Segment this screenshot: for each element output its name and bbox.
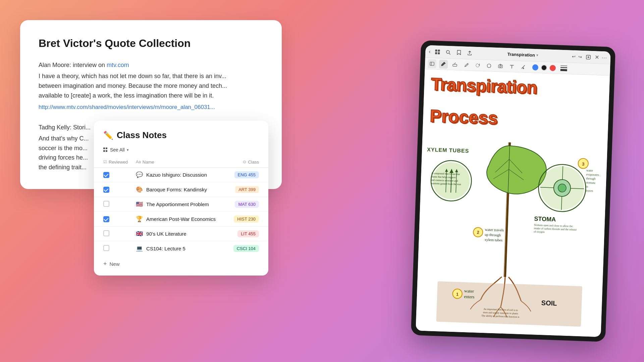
tablet: ‹ (411, 40, 615, 342)
quote-url-1[interactable]: http://www.mtv.com/shared/movies/intervi… (39, 104, 263, 111)
svg-rect-0 (435, 49, 437, 51)
lasso-tool[interactable] (473, 61, 482, 70)
svg-text:leaves: leaves (586, 189, 593, 192)
col-name: Aa Name (132, 157, 226, 167)
row-name-text: Baroque Forms: Kandinsky (146, 187, 207, 192)
eraser-tool[interactable] (450, 60, 460, 69)
camera-icon (498, 64, 503, 68)
row-emoji: 💬 (136, 171, 143, 178)
see-all-label: See All (110, 147, 125, 153)
checkbox-cell[interactable] (94, 182, 132, 197)
svg-text:water travels: water travels (485, 227, 504, 232)
mtv-link[interactable]: mtv.com (107, 62, 129, 68)
name-cell: 💬 Kazuo Ishiguro: Discussion (132, 167, 226, 182)
color-red[interactable] (550, 65, 556, 71)
row-emoji: 🏆 (136, 216, 143, 223)
row-name-text: American Post-War Economics (146, 216, 216, 222)
quote-author-1: Alan Moore: interview on mtv.com (39, 62, 263, 69)
brush-icon (521, 64, 526, 69)
svg-point-13 (499, 65, 501, 67)
bookmark-button[interactable] (455, 49, 463, 56)
row-emoji: 🇺🇸 (136, 201, 143, 208)
back-button[interactable]: ‹ (429, 48, 431, 54)
quote-card-title: Bret Victor's Quote Collection (39, 37, 263, 50)
svg-text:xylem tubes: xylem tubes (484, 238, 502, 242)
tablet-screen: ‹ (416, 45, 610, 337)
notes-title: Class Notes (117, 130, 167, 140)
search-button[interactable] (444, 48, 452, 56)
quote-text-1: I have a theory, which has not let me do… (39, 71, 263, 100)
checkbox-cell[interactable] (94, 226, 132, 241)
col-reviewed: ☑ Reviewed (94, 157, 132, 167)
text-icon: Aa (136, 160, 141, 164)
svg-line-5 (449, 53, 450, 54)
name-cell: 🏆 American Post-War Economics (132, 212, 226, 226)
pen-tool[interactable] (439, 60, 448, 69)
name-cell: 🇺🇸 The Apportionment Problem (132, 197, 226, 212)
nav-right: ↩ ↪ ✕ ··· (572, 53, 607, 61)
chevron-down-icon: ▾ (127, 148, 129, 152)
row-emoji: 💻 (136, 245, 143, 252)
svg-text:3: 3 (582, 162, 585, 167)
table-row: 💬 Kazuo Ishiguro: Discussion ENG 455 (94, 167, 268, 182)
see-all-button[interactable]: See All ▾ (94, 147, 268, 157)
row-name-text: Kazuo Ishiguro: Discussion (146, 172, 207, 178)
text-tool[interactable] (507, 62, 517, 71)
chevron-icon: ▾ (536, 53, 538, 57)
class-cell: LIT 455 (226, 226, 268, 241)
line-medium[interactable] (560, 67, 567, 68)
pencil-emoji: ✏️ (103, 131, 113, 140)
svg-text:stomata: stomata (586, 181, 595, 184)
svg-text:STOMA: STOMA (534, 215, 556, 223)
svg-text:in: in (586, 185, 588, 188)
pen-icon (441, 62, 446, 66)
grid-view-button[interactable] (434, 48, 441, 56)
pencil-icon (464, 62, 469, 67)
table-row: 🏆 American Post-War Economics HIST 230 (94, 212, 268, 226)
more-button[interactable]: ··· (601, 54, 607, 61)
row-name-text: The Apportionment Problem (146, 201, 209, 207)
close-button[interactable]: ✕ (594, 54, 599, 60)
line-width-options[interactable] (560, 65, 568, 71)
svg-point-11 (487, 64, 491, 67)
undo-button[interactable]: ↩ (572, 54, 576, 59)
table-row: 🎨 Baroque Forms: Kandinsky ART 399 (94, 182, 268, 197)
sidebar-toggle[interactable] (428, 59, 437, 68)
class-badge: LIT 455 (237, 230, 259, 237)
plus-icon: + (103, 260, 107, 267)
redo-button[interactable]: ↪ (578, 54, 582, 59)
class-cell: HIST 230 (226, 212, 268, 226)
table-row: 💻 CS104: Lecture 5 CSCI 104 (94, 241, 268, 256)
nav-left: ‹ (429, 48, 474, 57)
pencil-tool[interactable] (462, 60, 471, 69)
name-cell: 🇬🇧 90's UK Literature (132, 226, 226, 241)
line-thin[interactable] (560, 65, 567, 66)
camera-tool[interactable] (496, 62, 505, 71)
line-thick[interactable] (560, 69, 567, 71)
name-cell: 🎨 Baroque Forms: Kandinsky (132, 182, 226, 197)
checkbox-cell[interactable] (94, 212, 132, 226)
share-button[interactable] (466, 49, 474, 57)
color-black[interactable] (541, 64, 547, 71)
new-row-button[interactable]: + New (94, 256, 268, 269)
svg-text:SOIL: SOIL (541, 299, 557, 307)
color-blue[interactable] (532, 64, 539, 70)
eraser-icon (452, 62, 457, 67)
notes-card: ✏️ Class Notes See All ▾ ☑ Reviewed (94, 121, 268, 276)
class-cell: ART 399 (226, 182, 268, 197)
checkbox-cell[interactable] (94, 197, 132, 212)
brush-tool[interactable] (519, 62, 528, 71)
shapes-tool[interactable] (485, 61, 494, 70)
svg-rect-3 (438, 52, 440, 54)
checkbox-cell[interactable] (94, 167, 132, 182)
svg-text:through: through (586, 177, 596, 180)
check-icon: ☑ (103, 160, 107, 164)
svg-text:enters: enters (464, 294, 475, 299)
new-label: New (110, 261, 120, 267)
export-button[interactable] (584, 53, 592, 61)
search-icon (446, 50, 450, 54)
notes-table: ☑ Reviewed Aa Name ⊙ Class (94, 157, 268, 256)
shapes-icon (487, 63, 491, 68)
checkbox-cell[interactable] (94, 241, 132, 256)
class-badge: ART 399 (235, 186, 259, 193)
